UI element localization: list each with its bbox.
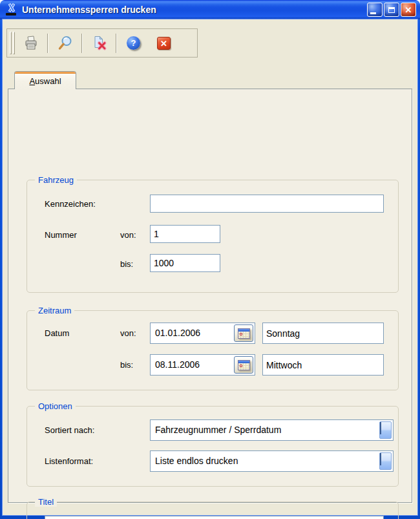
listenformat-dropdown-button[interactable] <box>379 452 392 470</box>
group-titel-title: Titel <box>35 497 57 507</box>
listenformat-label: Listenformat: <box>45 456 93 467</box>
group-zeitraum-title: Zeitraum <box>35 306 74 315</box>
minimize-icon <box>370 12 376 14</box>
tab-auswahl[interactable]: Auswahl <box>14 71 76 89</box>
magnifier-icon <box>57 35 74 52</box>
toolbar-grip[interactable] <box>13 32 15 54</box>
listenformat-value: Liste endlos drucken <box>155 451 238 471</box>
group-optionen: Optionen <box>26 406 399 487</box>
datum-bis-value: 08.11.2006 <box>155 355 200 375</box>
toolbar-separator <box>47 34 48 53</box>
nummer-von-input[interactable] <box>150 225 220 243</box>
close-red-icon: ✕ <box>157 37 171 50</box>
preview-button[interactable] <box>50 30 80 56</box>
calendar-icon <box>238 360 250 370</box>
maximize-icon <box>388 7 395 13</box>
tab-label: Auswahl <box>15 76 76 86</box>
maximize-button[interactable] <box>384 3 399 17</box>
listenformat-combobox[interactable]: Liste endlos drucken <box>150 450 394 472</box>
datum-von-label: von: <box>120 328 136 339</box>
datum-von-weekday-field[interactable] <box>262 323 384 344</box>
sortiert-nach-combobox[interactable]: Fahrzeugnummer / Sperrdatum <box>150 419 394 441</box>
toolbar: ? ✕ <box>6 28 198 58</box>
client-area: ? ✕ Auswahl Fahrzeug Kennzeichen: Nummer… <box>3 19 417 515</box>
datum-bis-calendar-button[interactable] <box>234 356 253 374</box>
toolbar-separator <box>116 34 117 53</box>
window-title: Unternehmenssperren drucken <box>22 5 156 15</box>
chevron-down-icon <box>380 453 381 465</box>
group-fahrzeug-title: Fahrzeug <box>35 175 77 185</box>
calendar-icon <box>238 328 250 339</box>
sortiert-nach-dropdown-button[interactable] <box>379 421 392 439</box>
print-button[interactable] <box>16 30 46 56</box>
toolbar-grip[interactable] <box>10 32 12 54</box>
titel-input[interactable] <box>45 516 384 519</box>
datum-bis-weekday-field[interactable] <box>262 354 384 376</box>
kennzeichen-input[interactable] <box>150 195 384 213</box>
nummer-bis-label: bis: <box>120 259 133 270</box>
close-icon: ✕ <box>405 6 412 14</box>
printer-icon <box>23 35 39 52</box>
nummer-bis-input[interactable] <box>150 254 220 272</box>
datum-von-value: 01.01.2006 <box>155 323 200 343</box>
sortiert-nach-value: Fahrzeugnummer / Sperrdatum <box>155 420 281 440</box>
datum-von-field[interactable]: 01.01.2006 <box>150 323 255 344</box>
toolbar-separator <box>81 34 83 53</box>
datum-von-calendar-button[interactable] <box>234 324 253 342</box>
nummer-von-label: von: <box>120 230 136 240</box>
datum-bis-field[interactable]: 08.11.2006 <box>150 354 255 376</box>
tab-page: Fahrzeug Kennzeichen: Nummer von: bis: Z… <box>8 89 412 503</box>
kennzeichen-label: Kennzeichen: <box>45 199 96 209</box>
chevron-down-icon <box>380 422 381 434</box>
titlebar[interactable]: Unternehmenssperren drucken ✕ <box>0 0 420 19</box>
document-delete-icon <box>91 35 108 52</box>
sortiert-nach-label: Sortiert nach: <box>45 425 94 436</box>
app-window: Unternehmenssperren drucken ✕ <box>0 0 420 519</box>
close-window-button[interactable]: ✕ <box>149 30 179 56</box>
app-logo-icon <box>5 3 18 16</box>
datum-label: Datum <box>45 328 69 339</box>
window-controls: ✕ <box>367 3 416 17</box>
group-optionen-title: Optionen <box>35 401 76 411</box>
help-icon: ? <box>127 36 140 50</box>
close-button[interactable]: ✕ <box>401 3 416 17</box>
cancel-document-button[interactable] <box>84 30 114 56</box>
datum-bis-label: bis: <box>120 360 133 370</box>
nummer-label: Nummer <box>45 230 77 240</box>
minimize-button[interactable] <box>367 3 383 17</box>
help-button[interactable]: ? <box>118 30 149 56</box>
